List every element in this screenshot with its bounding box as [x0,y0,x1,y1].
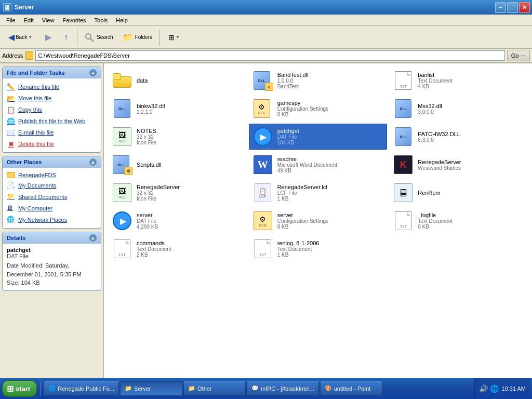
file-name: gamespy [277,100,328,106]
file-item-data[interactable]: data [108,68,247,94]
menu-item-help[interactable]: Help [112,16,132,24]
word-doc-icon: W [252,154,273,175]
file-item-gamespy[interactable]: ⚙ CFG gamespy Configuration Settings 8 K… [249,96,388,122]
email-task[interactable]: ✉️ E-mail this file [5,127,99,138]
my-docs-icon: 📄 [7,181,15,190]
taskbar-item-other[interactable]: 📁 Other [183,381,246,396]
menu-item-favorites[interactable]: Favorites [58,16,90,24]
file-item-commands[interactable]: TXT commands Text Document 2 KB [108,236,247,262]
folders-button[interactable]: 📁 Folders [119,28,156,47]
file-meta: Microsoft Word Document [277,162,337,168]
dll-icon: DLL ⚙ [252,70,273,91]
menu-item-view[interactable]: View [38,16,59,24]
other-places-section: Other Places ▲ RenegadeFDS 📄 My Document… [2,156,101,229]
file-name: _logfile [418,212,453,218]
rename-task[interactable]: ✏️ Rename this file [5,82,99,92]
dat-play-icon: ▶ [252,126,273,147]
file-item-logfile[interactable]: TXT _logfile Text Document 0 KB [389,208,528,234]
go-button[interactable]: Go → [507,50,530,61]
file-item-renlog[interactable]: TXT renlog_8-1-2006 Text Document 1 KB [249,236,388,262]
file-item-mss32[interactable]: DLL Mss32.dll 3.0.0.0 [389,96,528,122]
file-meta: Configuration Settings [277,218,328,224]
file-item-renegadeserver-exe[interactable]: K RenegadeServer Westwood Studios [389,152,528,178]
up-button[interactable]: ↑ [58,28,74,47]
file-item-readme[interactable]: W readme Microsoft Word Document 49 KB [249,152,388,178]
file-item-renegadeserver-ico[interactable]: 🖼 ICO RenegadeServer 32 x 32 Icon File [108,180,247,206]
taskbar-item-mirc[interactable]: 💬 mIRC - [#blackIntel... [247,381,319,396]
other-places-collapse-icon: ▲ [89,158,97,166]
file-name: banlist [418,72,453,78]
file-item-binkw32[interactable]: DLL binkw32.dll 1.2.1.0 [108,96,247,122]
taskbar-item-forum[interactable]: 🌐 Renegade Public Fo... [44,381,119,396]
shared-docs-icon: 📁 [7,193,15,201]
menu-item-file[interactable]: File [2,16,20,24]
copy-icon: 📋 [7,105,15,114]
toolbar: ◀ Back ▼ ▶ ↑ Search 📁 Folders ⊞ ▼ [0,26,532,49]
renegade-icon: K [393,154,414,175]
file-name: NOTES [137,128,156,134]
place-my-computer[interactable]: 🖥 My Computer [5,203,99,214]
menu-item-edit[interactable]: Edit [20,16,38,24]
file-item-scripts[interactable]: DLL ⚙ Scripts.dll [108,152,247,178]
forward-button[interactable]: ▶ [41,28,56,47]
file-item-patchw32[interactable]: DLL PATCHW32.DLL 6.3.0.0 [389,124,528,150]
place-my-documents[interactable]: 📄 My Documents [5,180,99,191]
file-grid: data DLL ⚙ BandTest.dll 1.0.0.0 BandTe [108,68,528,262]
svg-point-0 [86,34,91,39]
file-name: PATCHW32.DLL [418,131,460,137]
place-shared-documents[interactable]: 📁 Shared Documents [5,192,99,202]
file-item-bandtest[interactable]: DLL ⚙ BandTest.dll 1.0.0.0 BandTest [249,68,388,94]
dll-icon: DLL [112,98,132,119]
file-meta2: 2 KB [137,252,171,258]
taskbar-item-server[interactable]: 📁 Server [120,381,182,396]
file-name: commands [137,240,171,246]
taskbar-item-paint[interactable]: 🎨 untitled - Paint [320,381,382,396]
maximize-button[interactable]: □ [507,2,518,13]
paint-icon: 🎨 [325,385,332,392]
taskbar-right: 🔊 🌐 10:31 AM [474,378,530,399]
start-button[interactable]: ⊞ start [2,380,37,397]
file-item-server-cfg[interactable]: ⚙ CFG server Configuration Settings 8 KB [249,208,388,234]
file-meta2: 1 KB [277,252,320,258]
network-icon: 🌐 [7,216,15,224]
file-item-server-dat[interactable]: ▶ server DAT File 4,293 KB [108,208,247,234]
file-tasks-body: ✏️ Rename this file 📂 Move this file 📋 C… [3,78,101,152]
taskbar-separator [40,381,41,396]
delete-task[interactable]: ✖ Delete this file [5,139,99,149]
file-tasks-header[interactable]: File and Folder Tasks ▲ [3,67,101,78]
close-button[interactable]: ✕ [519,2,530,13]
minimize-button[interactable]: − [495,2,506,13]
menu-item-tools[interactable]: Tools [90,16,112,24]
ico-icon: 🖼 ICO [112,126,132,147]
file-item-renegadeserver-lcf[interactable]: 📋 LCF RenegadeServer.lcf LCF File 1 KB [249,180,388,206]
place-renegadefds[interactable]: RenegadeFDS [5,171,99,179]
file-meta2: 0 KB [418,224,453,230]
lcf-icon: 📋 LCF [252,182,273,203]
cfg-icon: ⚙ CFG [252,98,273,119]
file-meta: Text Document [277,246,320,252]
clock: 10:31 AM [502,385,526,392]
file-meta: DAT File [277,134,299,140]
details-header[interactable]: Details ▲ [3,232,101,244]
file-item-banlist[interactable]: TXT banlist Text Document 4 KB [389,68,528,94]
publish-task[interactable]: 🌐 Publish this file to the Web [5,116,99,126]
file-name: Mss32.dll [418,103,442,109]
file-item-patchget[interactable]: ▶ patchget DAT File 104 KB [249,124,388,150]
back-button[interactable]: ◀ Back ▼ [2,28,38,47]
file-name: RenegadeServer.lcf [277,184,328,190]
file-item-notes[interactable]: 🖼 ICO NOTES 32 x 32 Icon File [108,124,247,150]
file-item-renrem[interactable]: 🖥 RenRem [389,180,528,206]
place-my-network-places[interactable]: 🌐 My Network Places [5,215,99,225]
search-button[interactable]: Search [81,28,117,47]
separator-2 [159,29,159,46]
server-play-icon: ▶ [112,210,132,231]
move-task[interactable]: 📂 Move this file [5,93,99,103]
svg-line-1 [90,38,94,42]
other-places-header[interactable]: Other Places ▲ [3,156,101,168]
views-button[interactable]: ⊞ ▼ [163,28,185,47]
file-meta: 32 x 32 [137,134,156,140]
details-type: DAT File [7,253,97,259]
file-meta: 32 x 32 [137,190,180,196]
address-input[interactable] [35,50,505,61]
copy-task[interactable]: 📋 Copy this [5,104,99,115]
